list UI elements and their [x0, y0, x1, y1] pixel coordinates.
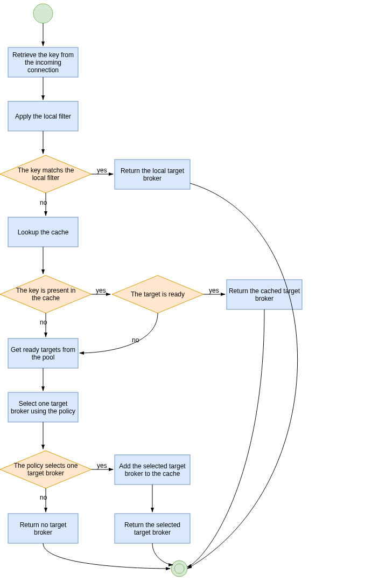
edge	[187, 309, 264, 567]
lookup-cache-label: Lookup the cache	[18, 229, 69, 236]
key-in-cache-label: The key is present in the cache	[11, 287, 81, 302]
edge-label-yes: yes	[96, 287, 106, 294]
edge-label-no: no	[40, 494, 47, 501]
edge	[43, 543, 170, 569]
edge	[152, 543, 173, 565]
end-node	[171, 561, 187, 577]
edge	[80, 313, 158, 353]
edge-label-yes: yes	[209, 287, 219, 294]
select-target-label: Select one target broker using the polic…	[10, 400, 76, 415]
edge	[187, 183, 298, 569]
edge-label-no: no	[40, 319, 47, 326]
get-ready-label: Get ready targets from the pool	[10, 346, 76, 361]
edge-label-yes: yes	[97, 462, 107, 469]
policy-selects-label: The policy selects one target broker	[11, 462, 81, 477]
edge-label-no: no	[132, 336, 139, 344]
svg-point-0	[171, 561, 187, 577]
return-selected-label: Return the selected target broker	[116, 521, 188, 536]
retrieve-key-label: Retrieve the key from the incoming conne…	[10, 51, 76, 74]
return-local-label: Return the local target broker	[116, 167, 188, 182]
return-cached-label: Return the cached target broker	[228, 287, 300, 302]
apply-filter-label: Apply the local filter	[15, 113, 71, 120]
target-ready-label: The target is ready	[131, 290, 185, 298]
edge-label-no: no	[40, 199, 47, 206]
start-node	[33, 4, 53, 23]
return-no-target-label: Return no target broker	[10, 521, 76, 536]
key-matches-filter-label: The key matchs the local filter	[11, 167, 81, 182]
add-to-cache-label: Add the selected target broker to the ca…	[116, 462, 188, 478]
edge-label-yes: yes	[97, 167, 107, 174]
